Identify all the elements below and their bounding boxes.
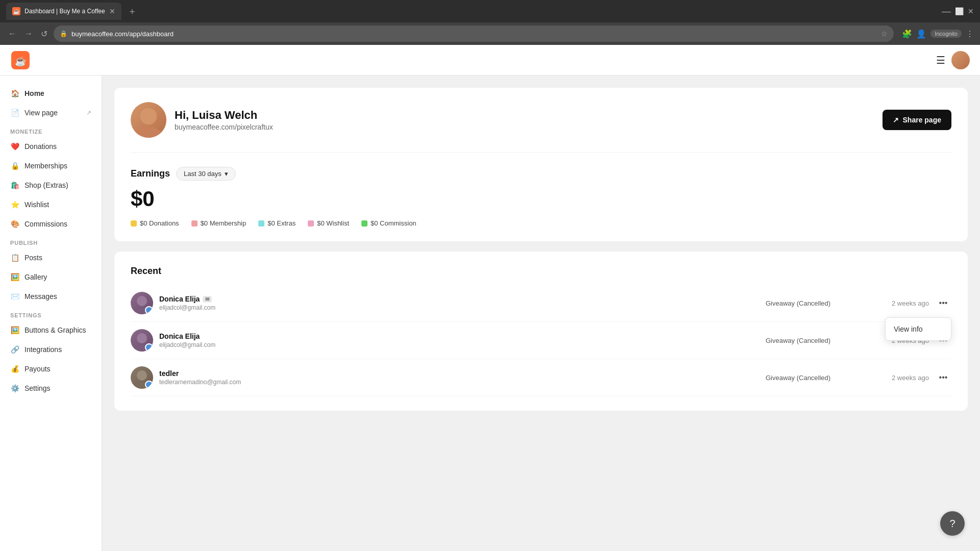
extras-label: $0 Extras: [267, 219, 296, 227]
sidebar: 🏠 Home 📄 View page ↗ MONETIZE ❤️ Donatio…: [0, 76, 102, 551]
sidebar-item-gallery[interactable]: 🖼️ Gallery: [0, 267, 102, 287]
tab-close-icon[interactable]: ✕: [109, 7, 115, 15]
shop-icon: 🛍️: [10, 181, 19, 190]
help-icon: ?: [949, 518, 955, 530]
recent-menu-container-1: ••• View info: [929, 295, 951, 311]
sidebar-item-buttons-graphics[interactable]: 🖼️ Buttons & Graphics: [0, 320, 102, 340]
payouts-icon: 💰: [10, 364, 19, 373]
recent-time-3: 2 weeks ago: [868, 374, 929, 382]
recent-row-1: Donica Elija ✉ elijadcol@gmail.com Givea…: [131, 285, 951, 322]
extras-dot: [258, 220, 264, 227]
user-avatar-header[interactable]: [951, 51, 970, 69]
bookmark-icon[interactable]: ☆: [881, 30, 888, 38]
sidebar-item-integrations[interactable]: 🔗 Integrations: [0, 340, 102, 359]
earnings-item-wishlist: $0 Wishlist: [308, 219, 349, 227]
profile-info: Hi, Luisa Welch buymeacoffee.com/pixelcr…: [175, 109, 273, 131]
svg-point-11: [137, 370, 147, 381]
earnings-item-membership: $0 Membership: [191, 219, 247, 227]
sidebar-item-payouts-label: Payouts: [24, 365, 51, 373]
settings-label: SETTINGS: [0, 306, 102, 320]
sidebar-item-settings[interactable]: ⚙️ Settings: [0, 379, 102, 398]
context-menu-1: View info: [885, 317, 951, 341]
recent-type-2: Giveaway (Cancelled): [766, 337, 868, 344]
donations-label: $0 Donations: [140, 219, 179, 227]
app-header: ☕ ☰: [0, 45, 980, 76]
svg-point-7: [147, 308, 151, 312]
forward-button[interactable]: →: [22, 27, 35, 40]
sidebar-item-home[interactable]: 🏠 Home: [0, 84, 102, 103]
commissions-icon: 🎨: [10, 219, 19, 229]
recent-info-3: tedler tedlerarnemadino@gmail.com: [159, 369, 766, 386]
lock-icon: 🔒: [60, 30, 67, 37]
svg-point-5: [137, 296, 147, 306]
chevron-down-icon: ▾: [225, 170, 228, 178]
close-window-icon[interactable]: ✕: [968, 7, 974, 15]
sidebar-item-posts[interactable]: 📋 Posts: [0, 248, 102, 267]
sidebar-item-donations[interactable]: ❤️ Donations: [0, 137, 102, 156]
sidebar-item-view-page[interactable]: 📄 View page ↗: [0, 103, 102, 122]
maximize-icon[interactable]: ⬜: [955, 7, 964, 15]
minimize-icon[interactable]: —: [942, 6, 951, 17]
profile-section: Hi, Luisa Welch buymeacoffee.com/pixelcr…: [131, 102, 951, 153]
wishlist-icon: ⭐: [10, 200, 19, 209]
hamburger-icon[interactable]: ☰: [936, 54, 945, 66]
recent-menu-button-1[interactable]: •••: [935, 295, 951, 311]
profile-greeting: Hi, Luisa Welch: [175, 109, 273, 122]
svg-point-10: [147, 345, 151, 349]
sidebar-item-memberships-label: Memberships: [24, 162, 67, 170]
sidebar-item-memberships[interactable]: 🔒 Memberships: [0, 156, 102, 176]
posts-icon: 📋: [10, 253, 19, 262]
svg-point-13: [147, 383, 151, 387]
sidebar-item-integrations-label: Integrations: [24, 345, 62, 354]
sidebar-item-payouts[interactable]: 💰 Payouts: [0, 359, 102, 379]
recent-menu-button-3[interactable]: •••: [935, 369, 951, 386]
browser-top-bar: ☕ Dashboard | Buy Me a Coffee ✕ ＋ — ⬜ ✕: [0, 0, 980, 22]
home-icon: 🏠: [10, 89, 19, 98]
recent-name-3: tedler: [159, 369, 766, 378]
sidebar-item-posts-label: Posts: [24, 254, 42, 262]
wishlist-label: $0 Wishlist: [317, 219, 349, 227]
incognito-badge: Incognito: [930, 30, 962, 38]
sidebar-item-gallery-label: Gallery: [24, 273, 47, 281]
recent-info-2: Donica Elija elijadcol@gmail.com: [159, 332, 766, 348]
help-button[interactable]: ?: [940, 511, 965, 536]
address-bar[interactable]: 🔒 buymeacoffee.com/app/dashboard ☆: [54, 26, 894, 42]
menu-icon[interactable]: ⋮: [966, 29, 974, 39]
earnings-period-selector[interactable]: Last 30 days ▾: [176, 167, 236, 181]
browser-controls-row: ← → ↺ 🔒 buymeacoffee.com/app/dashboard ☆…: [0, 22, 980, 45]
earnings-breakdown: $0 Donations $0 Membership $0 Extras $0 …: [131, 219, 951, 227]
share-page-label: Share page: [903, 116, 941, 124]
recent-avatar-1: [131, 292, 153, 314]
extensions-icon[interactable]: 🧩: [902, 29, 912, 39]
memberships-icon: 🔒: [10, 161, 19, 170]
period-label: Last 30 days: [184, 170, 222, 178]
profile-icon[interactable]: 👤: [916, 29, 926, 39]
gallery-icon: 🖼️: [10, 272, 19, 282]
profile-avatar: [131, 102, 166, 138]
browser-tab[interactable]: ☕ Dashboard | Buy Me a Coffee ✕: [6, 3, 121, 20]
sidebar-item-donations-label: Donations: [24, 142, 57, 151]
sidebar-item-buttons-label: Buttons & Graphics: [24, 326, 86, 334]
sidebar-item-view-page-label: View page: [24, 109, 58, 117]
recent-type-1: Giveaway (Cancelled): [766, 299, 868, 307]
sidebar-item-commissions[interactable]: 🎨 Commissions: [0, 214, 102, 234]
settings-icon: ⚙️: [10, 384, 19, 393]
refresh-button[interactable]: ↺: [39, 27, 50, 41]
tab-title: Dashboard | Buy Me a Coffee: [24, 8, 105, 15]
browser-chrome: ☕ Dashboard | Buy Me a Coffee ✕ ＋ — ⬜ ✕ …: [0, 0, 980, 45]
membership-dot: [191, 220, 198, 227]
earnings-item-donations: $0 Donations: [131, 219, 179, 227]
earnings-item-extras: $0 Extras: [258, 219, 296, 227]
sidebar-item-shop[interactable]: 🛍️ Shop (Extras): [0, 176, 102, 195]
share-page-button[interactable]: ↗ Share page: [883, 110, 951, 130]
sidebar-item-messages[interactable]: ✉️ Messages: [0, 287, 102, 306]
recent-email-2: elijadcol@gmail.com: [159, 341, 766, 348]
sidebar-item-commissions-label: Commissions: [24, 220, 67, 228]
browser-extras: 🧩 👤 Incognito ⋮: [902, 29, 974, 39]
earnings-title: Earnings: [131, 168, 170, 179]
new-tab-button[interactable]: ＋: [128, 5, 137, 17]
sidebar-item-wishlist[interactable]: ⭐ Wishlist: [0, 195, 102, 214]
back-button[interactable]: ←: [6, 27, 18, 40]
buttons-icon: 🖼️: [10, 325, 19, 335]
context-menu-view-info[interactable]: View info: [886, 320, 951, 338]
